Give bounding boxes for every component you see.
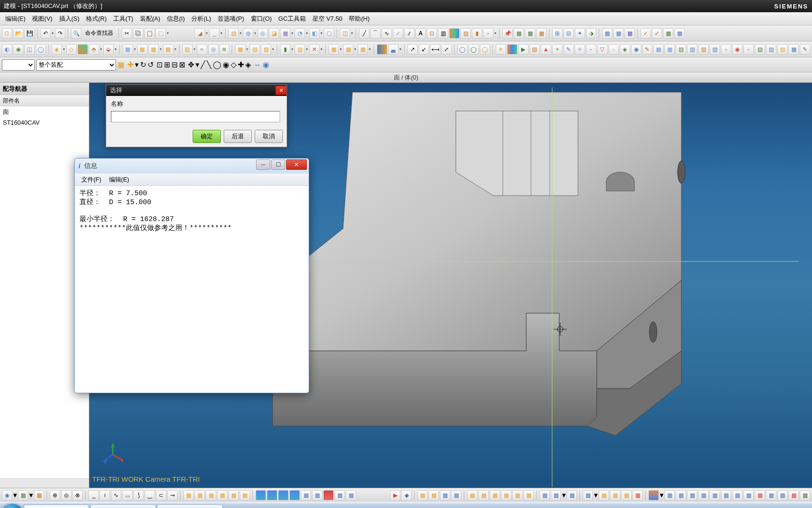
tri2-icon[interactable]: ▽: [597, 44, 608, 55]
lay-icon[interactable]: ▤: [755, 44, 765, 55]
rc2-icon[interactable]: ▦: [478, 490, 489, 500]
blue-icon[interactable]: ▫: [743, 44, 754, 55]
close-icon[interactable]: ✕: [275, 86, 287, 95]
ax3-icon[interactable]: ⟷: [430, 44, 440, 55]
dropdown-icon[interactable]: ▾: [291, 47, 294, 51]
move-icon[interactable]: ✥: [188, 60, 194, 69]
boxg-icon[interactable]: ▦: [235, 44, 245, 55]
rf4-icon[interactable]: ▦: [687, 490, 697, 500]
rib-icon[interactable]: ▮: [280, 44, 290, 55]
c1-icon[interactable]: ◯: [457, 44, 468, 55]
ref2-icon[interactable]: ◎: [61, 490, 71, 500]
menu-analysis[interactable]: 分析(L): [188, 13, 214, 24]
navigator-header[interactable]: 部件名: [0, 95, 89, 106]
curve-icon[interactable]: ⎯: [209, 28, 219, 39]
view2-icon[interactable]: ▦: [18, 490, 28, 500]
dropdown-icon[interactable]: ▾: [134, 47, 136, 51]
subtract-icon[interactable]: ◇: [66, 44, 77, 55]
rb4-icon[interactable]: ▦: [451, 490, 461, 500]
name-input[interactable]: [111, 111, 280, 122]
end-icon[interactable]: ◈: [245, 60, 251, 69]
menu-gc[interactable]: GC工具箱: [275, 13, 309, 24]
info-text[interactable]: 半径： R = 7.500 直径： D = 15.000 最小半径： R = 1…: [75, 186, 309, 393]
pattern-icon[interactable]: ⊞: [552, 28, 562, 39]
book-icon[interactable]: ▤: [530, 44, 540, 55]
dropdown-icon[interactable]: ▾: [63, 47, 65, 51]
st7-icon[interactable]: [323, 490, 334, 500]
re5-icon[interactable]: ▦: [632, 490, 643, 500]
color2-icon[interactable]: [78, 44, 88, 55]
menu-format[interactable]: 格式(R): [83, 13, 110, 24]
view-icon[interactable]: ◉: [2, 490, 12, 500]
rc6-icon[interactable]: ▦: [523, 490, 534, 500]
cube4-icon[interactable]: ▦: [664, 44, 675, 55]
datum-icon[interactable]: ◫: [340, 28, 350, 39]
dropdown-icon[interactable]: ▾: [254, 31, 257, 35]
rc3-icon[interactable]: ▦: [490, 490, 500, 500]
close-icon[interactable]: ✕: [286, 159, 307, 170]
rc1-icon[interactable]: ▦: [467, 490, 477, 500]
snap2-icon[interactable]: ╲: [207, 60, 211, 69]
revolve-icon[interactable]: ◍: [243, 28, 253, 39]
st9-icon[interactable]: ▦: [346, 490, 356, 500]
cv4-icon[interactable]: ⌓: [122, 490, 133, 500]
spline-icon[interactable]: ∿: [382, 28, 392, 39]
join-icon[interactable]: ◫: [24, 44, 35, 55]
ax2-icon[interactable]: ↙: [419, 44, 429, 55]
navigator-scrollbar[interactable]: [0, 478, 89, 488]
dim-icon[interactable]: ⊡: [427, 28, 437, 39]
pkg2-icon[interactable]: ▤: [687, 44, 697, 55]
dropdown-icon[interactable]: ▾: [100, 47, 102, 51]
shell-icon[interactable]: ◐: [2, 44, 12, 55]
snap-icon[interactable]: ╱: [201, 60, 205, 69]
sq1-icon[interactable]: ▫: [586, 44, 596, 55]
app3-icon[interactable]: ▦: [536, 28, 547, 39]
circ-icon[interactable]: ◎: [208, 44, 219, 55]
brush-icon[interactable]: ✎: [563, 44, 574, 55]
rf6-icon[interactable]: ▦: [710, 490, 720, 500]
app-icon[interactable]: ▦: [514, 28, 524, 39]
sq2-icon[interactable]: ▫: [609, 44, 619, 55]
paste-icon[interactable]: 📋: [144, 28, 155, 39]
cv5-icon[interactable]: ⟆: [133, 490, 144, 500]
check2-icon[interactable]: ✓: [652, 28, 662, 39]
dropdown-icon[interactable]: ▾: [174, 47, 177, 51]
rb2-icon[interactable]: ▦: [429, 490, 439, 500]
hatch-icon[interactable]: ▤: [461, 28, 471, 39]
bx3-icon[interactable]: ▦: [358, 44, 368, 55]
st6-icon[interactable]: ▦: [312, 490, 322, 500]
dropdown-icon[interactable]: ▾: [354, 47, 357, 51]
dropdown-icon[interactable]: ▾: [167, 31, 169, 35]
dropdown-icon[interactable]: ▾: [320, 47, 323, 51]
dropdown-icon[interactable]: ▾: [340, 47, 342, 51]
cmd-finder-icon[interactable]: 🔍: [71, 28, 81, 39]
dropdown-icon[interactable]: ▾: [240, 31, 242, 35]
redo-icon[interactable]: ↷: [55, 28, 65, 39]
re4-icon[interactable]: ▦: [621, 490, 632, 500]
open-icon[interactable]: 📂: [13, 28, 23, 39]
st1-icon[interactable]: [256, 490, 266, 500]
text-icon[interactable]: A: [415, 28, 426, 39]
rt1-icon[interactable]: ▶: [390, 490, 400, 500]
dropdown-icon[interactable]: ▾: [115, 47, 117, 51]
ax4-icon[interactable]: ⤢: [441, 44, 452, 55]
hole-icon[interactable]: ◎: [258, 28, 268, 39]
dropdown-icon[interactable]: ▾: [494, 31, 497, 35]
rg5-icon[interactable]: ▦: [800, 490, 810, 500]
dropdown-icon[interactable]: ▾: [13, 491, 17, 500]
menu-prefs[interactable]: 首选项(P): [214, 13, 247, 24]
cv8-icon[interactable]: ⊸: [167, 490, 178, 500]
rg1-icon[interactable]: ▦: [755, 490, 765, 500]
unite-icon[interactable]: ◈: [52, 44, 62, 55]
sketch-icon[interactable]: ◢: [195, 28, 205, 39]
box2-icon[interactable]: ▦: [137, 44, 148, 55]
st4-icon[interactable]: [289, 490, 300, 500]
cancel-button[interactable]: 取消: [255, 130, 283, 143]
cv3-icon[interactable]: ∿: [111, 490, 121, 500]
feature-icon[interactable]: ◪: [269, 28, 279, 39]
menu-assembly[interactable]: 装配(A): [137, 13, 164, 24]
dropdown-icon[interactable]: ▾: [195, 60, 199, 69]
flag-icon[interactable]: ▶: [518, 44, 529, 55]
tool-icon[interactable]: ⬚: [156, 28, 166, 39]
dropdown-icon[interactable]: ▾: [246, 47, 249, 51]
